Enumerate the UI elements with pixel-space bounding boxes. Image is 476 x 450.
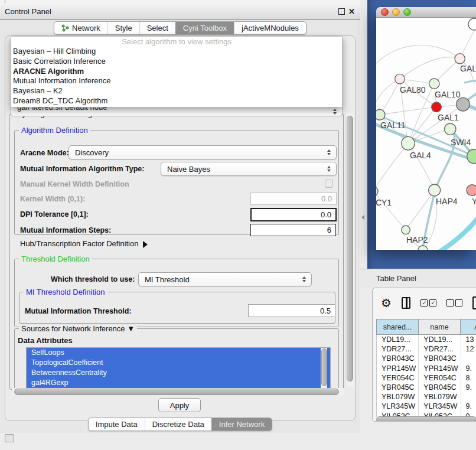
table-cell: YPR145W [377,364,419,373]
settings-horizontal-scrollbar-thumb[interactable] [14,389,339,395]
algorithm-option-dream8-dc-tdc-algorithm[interactable]: Dream8 DC_TDC Algorithm [11,96,342,106]
network-node-y[interactable] [467,185,476,196]
float-panel-icon[interactable] [338,8,345,15]
attr-list-scrollbar-thumb[interactable] [321,348,327,386]
aracne-mode-label: Aracne Mode: [20,149,69,157]
mi-algorithm-type-value: Naive Bayes [167,165,210,174]
tab-select[interactable]: Select [139,22,175,34]
manual-kernel-width-label: Manual Kernel Width Definition [20,180,129,188]
minimize-window-icon[interactable] [392,8,400,16]
mi-threshold-field[interactable]: 0.5 [248,304,335,317]
file-icon[interactable] [472,296,476,309]
tab-label: jActiveMNodules [242,24,299,32]
network-canvas[interactable]: GALGAL80GAL10GAL1GAL11SWI4GAL4GCY1HAP4YH… [376,18,476,250]
table-row[interactable]: YBR043CYBR043C [377,354,476,363]
table-row[interactable]: YPR145WYPR145W9. [377,364,476,373]
top-tick [5,0,5,4]
table-row[interactable]: YER054CYER054C8. [377,373,476,383]
zoom-window-icon[interactable] [403,8,411,16]
network-edge[interactable] [400,57,460,79]
manual-kernel-width-checkbox[interactable] [325,180,333,188]
deselect-all-checkboxes-icon[interactable] [446,299,462,306]
attribute-item-topologicalcoefficient[interactable]: TopologicalCoefficient [27,358,330,368]
network-node-gal1[interactable] [432,102,442,112]
tab-style[interactable]: Style [107,22,139,34]
select-all-checkboxes-icon[interactable]: ✓✓ [420,299,436,306]
network-node-gal4[interactable] [402,136,415,150]
collapse-down-icon[interactable]: ▼ [127,324,135,333]
tab-label: Cyni Toolbox [183,24,227,32]
data-attributes-list[interactable]: SelfLoopsTopologicalCoefficientBetweenne… [26,347,331,390]
panel-grip-icon[interactable] [5,434,14,442]
network-node[interactable] [468,18,476,30]
dpi-tolerance-field[interactable]: 0.0 [250,208,337,221]
attribute-item-gal4rgexp[interactable]: gal4RGexp [27,378,330,388]
tab-impute-data[interactable]: Impute Data [89,418,145,431]
settings-vertical-scrollbar-thumb[interactable] [347,116,353,381]
column-header-a[interactable]: A [461,319,476,334]
mi-algorithm-type-combobox[interactable]: Naive Bayes [161,162,337,176]
network-node-hap2[interactable] [402,226,410,234]
network-node-gal11[interactable] [376,109,385,120]
network-edge[interactable] [380,107,436,115]
kernel-width-field[interactable]: 0.0 [250,193,337,205]
algorithm-option-basic-correlation-inference[interactable]: Basic Correlation Inference [11,57,342,67]
algorithm-option-bayesian-k2[interactable]: Bayesian – K2 [11,86,342,96]
table-horizontal-scrollbar[interactable] [375,416,476,422]
attribute-item-betweennesscentrality[interactable]: BetweennessCentrality [27,368,330,378]
network-graph[interactable]: GALGAL80GAL10GAL1GAL11SWI4GAL4GCY1HAP4YH… [376,18,476,250]
table-row[interactable]: YBL079WYBL079W [377,392,476,402]
kernel-width-label: Kernel Width (0,1): [20,195,85,203]
algorithm-option-mutual-information-inference[interactable]: Mutual Information Inference [11,76,342,86]
columns-icon[interactable] [402,297,410,309]
table-data-combobox[interactable]: galFiltered.sif default node [11,106,343,116]
network-node[interactable] [467,149,476,164]
network-edge[interactable] [434,210,476,250]
network-node-gal10[interactable] [429,79,439,89]
network-node-swi4[interactable] [445,123,456,135]
table-cell: YPR145W [419,364,461,373]
table-panel-title: Table Panel [376,274,416,283]
algorithm-option-bayesian-hill-climbing[interactable]: Bayesian – Hill Climbing [11,47,342,57]
table-cell: YBR043C [377,354,419,363]
tab-discretize-data[interactable]: Discretize Data [145,418,211,431]
network-edge[interactable] [465,81,476,83]
settings-vertical-scrollbar[interactable] [345,113,354,387]
network-edge[interactable] [380,79,400,115]
table-row[interactable]: YDR27...YDR27...12 [377,344,476,354]
network-node-hap4[interactable] [429,184,441,196]
network-node-gal[interactable] [455,54,465,64]
table-cell [461,354,476,363]
table-cell: YDL19... [419,335,461,344]
network-edge[interactable] [376,144,408,191]
attribute-item-selfloops[interactable]: SelfLoops [27,348,330,358]
tab-jactivemnodules[interactable]: jActiveMNodules [234,22,306,34]
which-threshold-combobox[interactable]: MI Threshold [138,272,312,286]
mi-steps-field[interactable]: 6 [250,224,336,236]
network-edge[interactable] [376,79,400,113]
close-window-icon[interactable] [381,8,389,16]
network-node-gal80[interactable] [395,74,405,84]
aracne-mode-combobox[interactable]: Discovery [69,145,337,159]
apply-button[interactable]: Apply [158,398,201,412]
column-header-name[interactable]: name [419,319,461,334]
close-panel-icon[interactable]: ✕ [348,8,355,15]
tab-infer-network[interactable]: Infer Network [211,418,272,431]
table-row[interactable]: YBR045CYBR045C9. [377,383,476,392]
table-row[interactable]: YDL19...YDL19...13 [377,335,476,344]
table-horizontal-scrollbar-thumb[interactable] [376,416,476,422]
algorithm-option-aracne-algorithm[interactable]: ARACNE Algorithm [11,67,342,77]
tab-network[interactable]: Network [54,22,107,34]
network-window-titlebar[interactable] [376,7,476,18]
table-row[interactable]: YLR345WYLR345W9. [377,402,476,411]
splitter-arrow-icon[interactable] [361,215,364,220]
settings-horizontal-scrollbar[interactable] [12,388,344,395]
network-node-gcy1[interactable] [376,187,378,196]
network-edge[interactable] [376,191,406,230]
hub-definition-toggle[interactable]: Hub/Transcription Factor Definition [20,239,148,248]
tab-cyni-toolbox[interactable]: Cyni Toolbox [175,22,234,34]
gear-icon[interactable]: ⚙ [381,297,392,309]
attr-list-scrollbar[interactable] [321,348,327,389]
network-node[interactable] [457,97,470,111]
column-header-shared[interactable]: shared... [377,319,419,334]
